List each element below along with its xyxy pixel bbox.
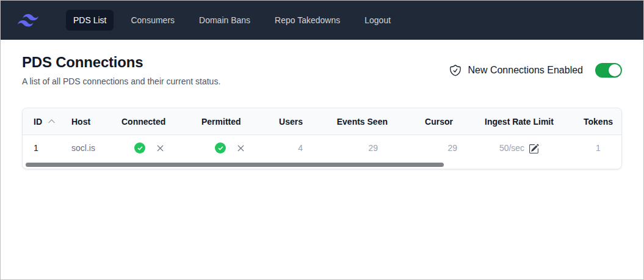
nav-item-pds-list[interactable]: PDS List <box>66 10 114 31</box>
column-header-connected: Connected <box>114 117 194 127</box>
nav-menu: PDS List Consumers Domain Bans Repo Take… <box>66 10 398 31</box>
permitted-status-check-icon <box>215 142 226 153</box>
cell-users: 4 <box>273 143 309 153</box>
ingest-rate-value: 50/sec <box>499 143 524 153</box>
column-header-permitted: Permitted <box>194 117 273 127</box>
column-header-cursor: Cursor <box>394 117 463 127</box>
cell-events-seen: 29 <box>309 143 394 153</box>
nav-item-logout[interactable]: Logout <box>357 10 398 31</box>
brand-link[interactable] <box>18 14 38 27</box>
new-connections-label: New Connections Enabled <box>468 65 583 76</box>
tailwind-logo-icon <box>18 14 38 27</box>
horizontal-scrollbar-thumb[interactable] <box>26 163 444 167</box>
column-header-ingest-rate-limit: Ingest Rate Limit <box>463 117 575 127</box>
new-connections-control: New Connections Enabled <box>449 63 622 78</box>
column-header-id-label: ID <box>34 117 42 127</box>
column-header-events-seen: Events Seen <box>309 117 394 127</box>
nav-item-repo-takedowns[interactable]: Repo Takedowns <box>267 10 347 31</box>
connected-status-check-icon <box>134 142 145 153</box>
shield-check-icon <box>449 64 462 77</box>
pds-admin-page: { "navbar": { "brand_icon": "tailwind-lo… <box>0 0 644 280</box>
sort-ascending-icon <box>46 116 57 127</box>
cell-tokens: 1 <box>575 143 621 153</box>
nav-item-consumers[interactable]: Consumers <box>123 10 182 31</box>
page-subtitle: A list of all PDS connections and their … <box>22 76 220 86</box>
main-content: PDS Connections A list of all PDS connec… <box>1 40 643 169</box>
table-row: 1 socl.is <box>23 135 621 161</box>
nav-item-domain-bans[interactable]: Domain Bans <box>192 10 258 31</box>
cell-id: 1 <box>23 143 62 153</box>
new-connections-toggle[interactable] <box>595 63 622 78</box>
table-header-row: ID Host Connected Permitted Users Events… <box>23 108 621 135</box>
cell-host: socl.is <box>62 143 114 153</box>
column-header-id[interactable]: ID <box>23 116 62 127</box>
revoke-permission-x-button[interactable] <box>236 143 246 153</box>
column-header-users: Users <box>273 117 309 127</box>
cell-cursor: 29 <box>394 143 463 153</box>
cell-ingest-rate-limit: 50/sec <box>463 143 575 153</box>
top-navbar: PDS List Consumers Domain Bans Repo Take… <box>1 1 643 40</box>
page-heading-block: PDS Connections A list of all PDS connec… <box>22 54 220 86</box>
cell-permitted <box>194 142 273 153</box>
edit-rate-limit-button[interactable] <box>529 144 539 154</box>
toggle-knob <box>609 64 621 76</box>
page-title: PDS Connections <box>22 54 220 71</box>
pds-table-card: ID Host Connected Permitted Users Events… <box>22 108 622 169</box>
cell-connected <box>114 142 194 153</box>
column-header-host: Host <box>62 117 114 127</box>
page-header: PDS Connections A list of all PDS connec… <box>22 54 622 86</box>
disconnect-x-button[interactable] <box>155 143 165 153</box>
column-header-tokens: Tokens <box>575 117 621 127</box>
